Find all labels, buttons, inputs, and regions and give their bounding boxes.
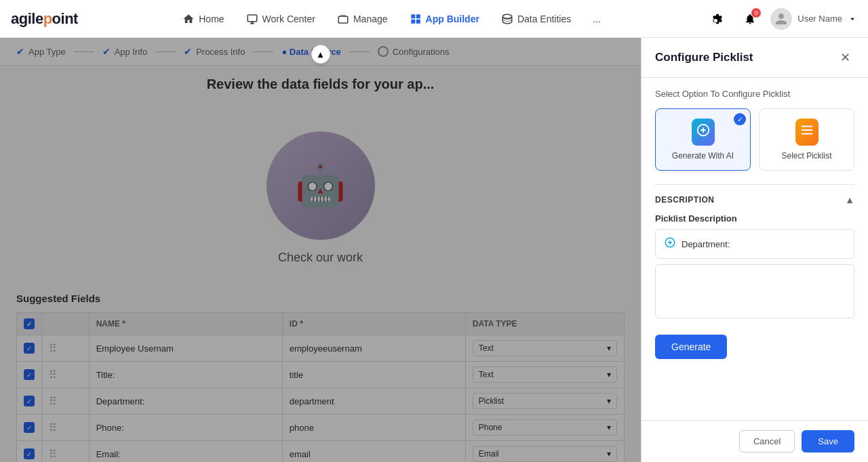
nav-app-builder[interactable]: App Builder: [400, 9, 489, 29]
notification-button[interactable]: 0: [738, 7, 762, 31]
nav-home[interactable]: Home: [173, 9, 233, 29]
nav-home-label: Home: [199, 14, 224, 24]
generate-ai-label: Generate With AI: [672, 151, 734, 161]
illustration: 🤖 Check our work: [0, 103, 641, 293]
table-row: ✓ ⠿ Phone: phone Phone▾: [17, 415, 625, 441]
illustration-text: Check our work: [278, 251, 363, 265]
generate-button[interactable]: Generate: [655, 335, 727, 359]
table-row: ✓ ⠿ Employee Usernam employeeusernam Tex…: [17, 335, 625, 362]
header: agilepoint Home Work Center Manage App B…: [0, 0, 868, 38]
panel-header: Configure Picklist ✕: [642, 38, 868, 78]
breadcrumb-step-appinfo: ✔ App Info: [102, 46, 147, 57]
description-section: DESCRIPTION ▲ Picklist Description Depar…: [655, 184, 854, 359]
database-icon: [501, 13, 513, 25]
nav-work-center-label: Work Center: [262, 14, 315, 24]
selected-check-icon: ✓: [734, 113, 746, 125]
user-name: User Name: [797, 14, 842, 24]
picklist-field-value: Department:: [682, 239, 730, 249]
col-drag: [42, 313, 90, 335]
description-textarea[interactable]: [655, 264, 854, 318]
avatar: [770, 8, 792, 30]
table-row: ✓ ⠿ Email: email Email▾: [17, 441, 625, 463]
col-name: NAME *: [89, 313, 282, 335]
nav-app-builder-label: App Builder: [426, 14, 479, 24]
logo-text: agilepoint: [11, 10, 78, 28]
user-info[interactable]: User Name: [770, 8, 857, 30]
select-picklist-card[interactable]: Select Picklist: [759, 108, 854, 171]
breadcrumb-label-appinfo: App Info: [115, 47, 147, 57]
nav-more-label: ...: [593, 14, 601, 24]
briefcase-icon: [337, 13, 349, 25]
monitor-icon: [246, 13, 258, 25]
description-header: DESCRIPTION ▲: [655, 194, 854, 205]
save-button[interactable]: Save: [802, 430, 854, 453]
nav-more[interactable]: ...: [583, 9, 610, 28]
picklist-description-label: Picklist Description: [655, 213, 854, 224]
nav-data-entities[interactable]: Data Entities: [492, 9, 580, 29]
nav-manage[interactable]: Manage: [328, 9, 397, 29]
panel-title: Configure Picklist: [655, 51, 753, 64]
option-cards: ✓ Generate With AI: [655, 108, 854, 171]
notification-badge: 0: [751, 8, 761, 18]
description-section-title: DESCRIPTION: [655, 195, 715, 205]
home-icon: [182, 13, 195, 25]
nav-work-center[interactable]: Work Center: [237, 9, 325, 29]
ai-indicator-icon: [664, 236, 676, 251]
chevron-up-icon: ▲: [845, 194, 854, 205]
breadcrumb-step-processinfo: ✔ Process Info: [184, 46, 245, 57]
generate-ai-card[interactable]: ✓ Generate With AI: [655, 108, 751, 171]
grid-icon: [410, 13, 422, 25]
breadcrumb-step-apptype: ✔ App Type: [16, 46, 66, 57]
select-picklist-label: Select Picklist: [781, 151, 831, 161]
logo: agilepoint: [11, 10, 78, 28]
left-content-overlay: ✔ App Type ✔ App Info ✔ Process Info ● D…: [0, 38, 641, 462]
collapse-button[interactable]: ▲: [311, 45, 330, 64]
select-option-label: Select Option To Configure Picklist: [655, 89, 854, 99]
fields-table: ✓ NAME * ID * DATA TYPE ✓ ⠿ Employee U: [16, 312, 625, 462]
col-checkbox: ✓: [17, 313, 42, 335]
breadcrumb-label-apptype: App Type: [28, 47, 66, 57]
page-title: Review the data fields for your ap...: [0, 66, 641, 103]
gear-icon: [711, 13, 724, 25]
breadcrumb-label-configurations: Configurations: [393, 47, 450, 57]
picklist-description-field: Department:: [655, 229, 854, 259]
generate-ai-icon: [690, 119, 717, 146]
close-button[interactable]: ✕: [836, 49, 854, 66]
main-nav: Home Work Center Manage App Builder Data…: [94, 9, 689, 29]
panel-footer: Cancel Save: [642, 420, 868, 462]
settings-button[interactable]: [705, 7, 730, 31]
breadcrumb-step-configurations: Configurations: [378, 46, 450, 57]
main-content: ✔ App Type ✔ App Info ✔ Process Info ● D…: [0, 38, 868, 462]
col-datatype: DATA TYPE: [465, 313, 624, 335]
fields-label: Suggested Fields: [16, 293, 625, 304]
nav-manage-label: Manage: [353, 14, 388, 24]
select-picklist-icon: [793, 119, 821, 146]
header-right: 0 User Name: [705, 7, 857, 31]
configure-picklist-panel: Configure Picklist ✕ Select Option To Co…: [641, 38, 868, 462]
col-id: ID *: [282, 313, 465, 335]
table-row: ✓ ⠿ Department: department Picklist▾: [17, 388, 625, 415]
panel-body: Select Option To Configure Picklist ✓ Ge…: [642, 78, 868, 420]
fields-container: Suggested Fields ✓ NAME * ID * DATA TYPE: [0, 293, 641, 462]
nav-data-entities-label: Data Entities: [517, 14, 571, 24]
cancel-button[interactable]: Cancel: [739, 430, 795, 453]
chevron-down-icon: [848, 14, 857, 24]
breadcrumb-label-processinfo: Process Info: [196, 47, 245, 57]
table-row: ✓ ⠿ Title: title Text▾: [17, 362, 625, 388]
